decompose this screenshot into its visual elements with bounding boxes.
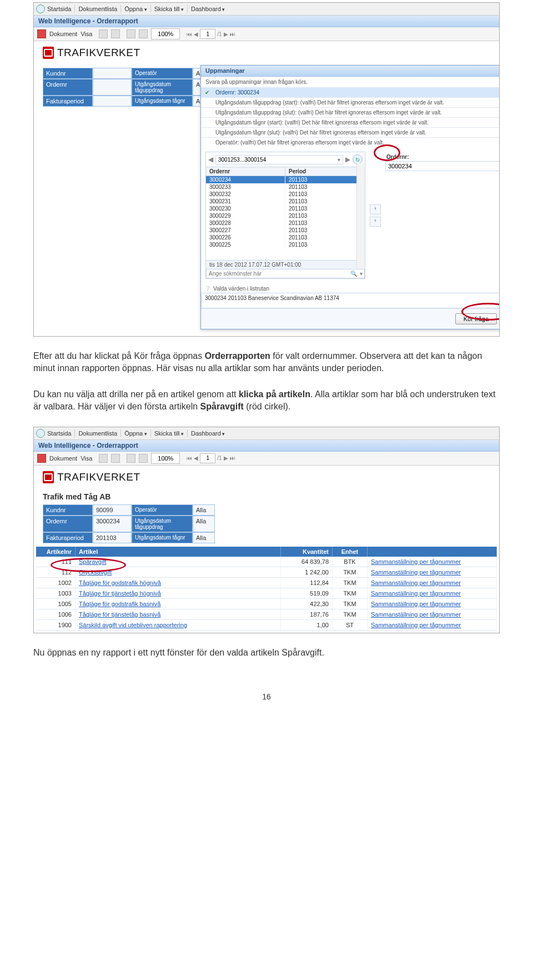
- summary-link[interactable]: Sammanställning per tågnummer: [371, 590, 461, 597]
- zoom-input[interactable]: [151, 453, 180, 464]
- menu-dokumentlista[interactable]: Dokumentlista: [78, 430, 117, 437]
- redo-icon[interactable]: [139, 454, 148, 463]
- search-icon[interactable]: 🔍: [349, 271, 358, 277]
- summary-link[interactable]: Sammanställning per tågnummer: [371, 569, 461, 576]
- prompt-row[interactable]: ✔ Ordernr: 3000234: [201, 87, 500, 97]
- print-icon[interactable]: [99, 29, 108, 38]
- article-link[interactable]: Särskild avgift vid utebliven rapporteri…: [79, 622, 187, 628]
- redo-icon[interactable]: [139, 29, 148, 38]
- nav-prev-range-icon[interactable]: ◀: [208, 156, 213, 163]
- col-period[interactable]: Period: [285, 167, 365, 176]
- order-row[interactable]: 3000232201103: [206, 191, 365, 198]
- tb-dokument[interactable]: Dokument: [49, 31, 77, 37]
- menu-oppna[interactable]: Öppna: [124, 430, 147, 437]
- order-row[interactable]: 3000234201103: [206, 176, 365, 183]
- app-menubar: Startsida Dokumentlista Öppna Skicka til…: [34, 3, 499, 16]
- search-dropdown-icon[interactable]: ▾: [358, 271, 364, 277]
- filter-label: Fakturaperiod: [43, 96, 93, 107]
- nav-prev-icon[interactable]: ◀: [194, 455, 198, 461]
- order-row[interactable]: 3000227201103: [206, 227, 365, 234]
- prompt-row[interactable]: Utgångsdatum tågnr (slut): (valfri) Det …: [201, 127, 500, 137]
- order-row[interactable]: 3000231201103: [206, 198, 365, 205]
- add-value-button[interactable]: ›: [370, 204, 381, 214]
- menu-startsida[interactable]: Startsida: [47, 6, 71, 12]
- order-row[interactable]: 3000229201103: [206, 212, 365, 219]
- nav-first-icon[interactable]: ⏮: [187, 455, 192, 461]
- screenshot-prompt-dialog: Startsida Dokumentlista Öppna Skicka til…: [33, 2, 500, 337]
- undo-icon[interactable]: [127, 454, 135, 463]
- tb-visa[interactable]: Visa: [81, 455, 92, 462]
- menu-skicka[interactable]: Skicka till: [154, 6, 184, 12]
- paragraph-2: Du kan nu välja att drilla ner på en art…: [33, 388, 500, 413]
- order-row[interactable]: 3000225201103: [206, 241, 365, 248]
- article-row: 1005 Tågläge för godstrafik basnivå 422,…: [36, 599, 497, 609]
- prompt-row[interactable]: Utgångsdatum tåguppdrag (slut): (valfri)…: [201, 107, 500, 117]
- logo-mark-icon: [43, 471, 54, 483]
- range-input[interactable]: [216, 156, 335, 164]
- article-link[interactable]: Spåravgift: [79, 558, 107, 565]
- article-link[interactable]: Olycksavgift: [79, 569, 112, 576]
- menu-skicka[interactable]: Skicka till: [154, 430, 184, 437]
- page-number-input[interactable]: [200, 29, 215, 39]
- article-link[interactable]: Tågläge för godstrafik basnivå: [79, 601, 160, 607]
- globe-icon: [36, 4, 45, 13]
- article-row: 1900 Särskild avgift vid utebliven rappo…: [36, 620, 497, 631]
- run-query-button[interactable]: Kör fråga: [455, 313, 497, 324]
- col-ordernr[interactable]: Ordernr: [206, 167, 285, 176]
- nav-next-range-icon[interactable]: ▶: [345, 156, 350, 163]
- timestamp: tis 18 dec 2012 17.07.12 GMT+01:00: [206, 260, 365, 269]
- menu-dashboard[interactable]: Dashboard: [191, 430, 225, 437]
- page-number-input[interactable]: [200, 453, 215, 463]
- order-row[interactable]: 3000230201103: [206, 205, 365, 212]
- order-row[interactable]: 3000228201103: [206, 219, 365, 227]
- summary-link[interactable]: Sammanställning per tågnummer: [371, 601, 461, 607]
- help-icon[interactable]: ❔: [204, 286, 211, 292]
- menu-oppna[interactable]: Öppna: [124, 6, 147, 12]
- filter-label: Ordernr: [43, 79, 93, 96]
- order-row[interactable]: 3000226201103: [206, 234, 365, 241]
- logo-text: TRAFIKVERKET: [57, 471, 140, 483]
- article-table-header: Artikelnr Artikel Kvantitet Enhet: [36, 547, 497, 557]
- article-link[interactable]: Tågläge för godstrafik högnivå: [79, 579, 161, 586]
- scrollbar[interactable]: [356, 163, 365, 268]
- remove-value-button[interactable]: ‹: [370, 217, 381, 227]
- menu-dashboard[interactable]: Dashboard: [191, 6, 225, 12]
- article-row: 112 Olycksavgift 1 242,00 TKM Sammanstäl…: [36, 567, 497, 578]
- filter-label: Utgångsdatum tågnr: [132, 532, 193, 543]
- ordernr-input[interactable]: [385, 161, 500, 171]
- refresh-icon[interactable]: [37, 454, 46, 463]
- summary-link[interactable]: Sammanställning per tågnummer: [371, 579, 461, 586]
- paragraph-1: Efter att du har klickat på Kör fråga öp…: [33, 350, 500, 375]
- filter-label: Operatör: [132, 68, 193, 79]
- summary-link[interactable]: Sammanställning per tågnummer: [371, 558, 461, 565]
- nav-last-icon[interactable]: ⏭: [230, 31, 235, 37]
- dialog-subtitle: Svara på uppmaningar innan frågan körs.: [201, 77, 500, 87]
- find-icon[interactable]: [111, 454, 120, 463]
- doc-toolbar: Dokument Visa ⏮ ◀ /1 ▶ ⏭: [34, 452, 499, 466]
- menu-dokumentlista[interactable]: Dokumentlista: [78, 6, 117, 12]
- doc-toolbar: Dokument Visa ⏮ ◀ /1 ▶ ⏭: [34, 27, 499, 41]
- prompt-row[interactable]: Utgångsdatum tågnr (start): (valfri) Det…: [201, 117, 500, 127]
- prompt-row[interactable]: Operatör: (valfri) Det här filtret ignor…: [201, 137, 500, 147]
- summary-link[interactable]: Sammanställning per tågnummer: [371, 611, 461, 618]
- undo-icon[interactable]: [127, 29, 135, 38]
- menu-startsida[interactable]: Startsida: [47, 430, 71, 437]
- prompt-row[interactable]: Utgångsdatum tåguppdrag (start): (valfri…: [201, 97, 500, 107]
- nav-prev-icon[interactable]: ◀: [194, 31, 198, 37]
- nav-last-icon[interactable]: ⏭: [230, 455, 235, 461]
- article-link[interactable]: Tågläge för tjänstetåg högnivå: [79, 590, 161, 597]
- find-icon[interactable]: [111, 29, 120, 38]
- order-row[interactable]: 3000233201103: [206, 183, 365, 191]
- summary-link[interactable]: Sammanställning per tågnummer: [371, 622, 461, 628]
- nav-next-icon[interactable]: ▶: [224, 455, 228, 461]
- print-icon[interactable]: [99, 454, 108, 463]
- tb-dokument[interactable]: Dokument: [49, 455, 77, 462]
- zoom-input[interactable]: [151, 28, 180, 39]
- tb-visa[interactable]: Visa: [81, 31, 92, 37]
- dropdown-icon[interactable]: ▾: [335, 157, 343, 163]
- refresh-icon[interactable]: [37, 29, 46, 38]
- search-input[interactable]: [207, 269, 349, 278]
- article-link[interactable]: Tågläge för tjänstetåg basnivå: [79, 611, 160, 618]
- nav-next-icon[interactable]: ▶: [224, 31, 228, 37]
- nav-first-icon[interactable]: ⏮: [187, 31, 192, 37]
